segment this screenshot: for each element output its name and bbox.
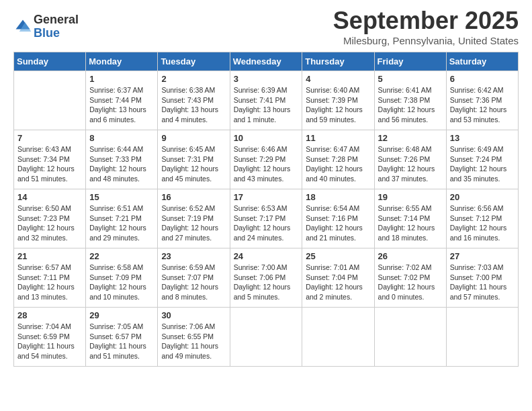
day-cell: 3Sunrise: 6:39 AMSunset: 7:41 PMDaylight… [230, 71, 302, 130]
day-cell: 11Sunrise: 6:47 AMSunset: 7:28 PMDayligh… [302, 130, 374, 189]
header: General Blue September 2025 Milesburg, P… [13, 7, 519, 46]
day-info: Sunrise: 6:51 AMSunset: 7:21 PMDaylight:… [89, 203, 154, 243]
day-number: 22 [89, 251, 154, 261]
day-info: Sunrise: 7:06 AMSunset: 6:55 PMDaylight:… [161, 322, 226, 361]
header-cell-wednesday: Wednesday [230, 52, 302, 71]
day-number: 1 [89, 74, 154, 84]
day-info: Sunrise: 6:40 AMSunset: 7:39 PMDaylight:… [306, 85, 370, 125]
day-info: Sunrise: 7:04 AMSunset: 6:59 PMDaylight:… [17, 322, 82, 361]
day-info: Sunrise: 7:05 AMSunset: 6:57 PMDaylight:… [89, 322, 154, 361]
day-number: 2 [161, 74, 226, 84]
day-number: 9 [161, 133, 226, 143]
day-cell [14, 71, 86, 130]
day-cell: 5Sunrise: 6:41 AMSunset: 7:38 PMDaylight… [374, 71, 446, 130]
day-number: 26 [378, 251, 443, 261]
day-cell: 18Sunrise: 6:54 AMSunset: 7:16 PMDayligh… [302, 189, 374, 248]
day-cell: 17Sunrise: 6:53 AMSunset: 7:17 PMDayligh… [230, 189, 302, 248]
day-cell: 12Sunrise: 6:48 AMSunset: 7:26 PMDayligh… [374, 130, 446, 189]
day-number: 18 [306, 192, 370, 202]
day-number: 16 [161, 192, 226, 202]
day-number: 11 [306, 133, 370, 143]
day-cell: 7Sunrise: 6:43 AMSunset: 7:34 PMDaylight… [14, 130, 86, 189]
day-cell: 16Sunrise: 6:52 AMSunset: 7:19 PMDayligh… [158, 189, 230, 248]
calendar-table: SundayMondayTuesdayWednesdayThursdayFrid… [13, 52, 519, 367]
week-row-4: 21Sunrise: 6:57 AMSunset: 7:11 PMDayligh… [14, 248, 519, 308]
day-number: 8 [89, 133, 154, 143]
day-cell [302, 308, 374, 367]
day-cell: 15Sunrise: 6:51 AMSunset: 7:21 PMDayligh… [86, 189, 158, 248]
week-row-3: 14Sunrise: 6:50 AMSunset: 7:23 PMDayligh… [14, 189, 519, 248]
day-info: Sunrise: 6:57 AMSunset: 7:11 PMDaylight:… [17, 263, 82, 302]
day-info: Sunrise: 7:01 AMSunset: 7:04 PMDaylight:… [306, 263, 370, 302]
day-info: Sunrise: 6:56 AMSunset: 7:12 PMDaylight:… [450, 203, 515, 243]
day-cell: 14Sunrise: 6:50 AMSunset: 7:23 PMDayligh… [14, 189, 86, 248]
day-number: 14 [17, 192, 82, 202]
logo-icon [13, 17, 32, 36]
day-number: 23 [161, 251, 226, 261]
day-info: Sunrise: 6:38 AMSunset: 7:43 PMDaylight:… [161, 85, 226, 125]
day-info: Sunrise: 6:43 AMSunset: 7:34 PMDaylight:… [17, 144, 82, 184]
day-number: 7 [17, 133, 82, 143]
day-cell: 6Sunrise: 6:42 AMSunset: 7:36 PMDaylight… [446, 71, 518, 130]
day-info: Sunrise: 6:48 AMSunset: 7:26 PMDaylight:… [378, 144, 443, 184]
day-number: 10 [234, 133, 299, 143]
header-cell-sunday: Sunday [14, 52, 86, 71]
day-number: 5 [378, 74, 443, 84]
header-cell-tuesday: Tuesday [158, 52, 230, 71]
day-number: 4 [306, 74, 370, 84]
logo-text: General Blue [34, 13, 79, 40]
day-cell: 26Sunrise: 7:02 AMSunset: 7:02 PMDayligh… [374, 248, 446, 308]
day-info: Sunrise: 6:41 AMSunset: 7:38 PMDaylight:… [378, 85, 443, 125]
day-info: Sunrise: 6:39 AMSunset: 7:41 PMDaylight:… [234, 85, 299, 125]
logo-blue: Blue [34, 27, 79, 40]
header-cell-saturday: Saturday [446, 52, 518, 71]
week-row-1: 1Sunrise: 6:37 AMSunset: 7:44 PMDaylight… [14, 71, 519, 130]
month-title: September 2025 [333, 7, 519, 35]
header-cell-thursday: Thursday [302, 52, 374, 71]
day-info: Sunrise: 6:52 AMSunset: 7:19 PMDaylight:… [161, 203, 226, 243]
day-number: 30 [161, 310, 226, 320]
day-cell: 25Sunrise: 7:01 AMSunset: 7:04 PMDayligh… [302, 248, 374, 308]
day-number: 27 [450, 251, 515, 261]
day-info: Sunrise: 6:59 AMSunset: 7:07 PMDaylight:… [161, 263, 226, 302]
day-number: 20 [450, 192, 515, 202]
day-info: Sunrise: 6:58 AMSunset: 7:09 PMDaylight:… [89, 263, 154, 302]
title-area: September 2025 Milesburg, Pennsylvania, … [333, 7, 519, 46]
day-number: 15 [89, 192, 154, 202]
day-cell: 23Sunrise: 6:59 AMSunset: 7:07 PMDayligh… [158, 248, 230, 308]
day-cell [230, 308, 302, 367]
header-cell-monday: Monday [86, 52, 158, 71]
day-info: Sunrise: 6:42 AMSunset: 7:36 PMDaylight:… [450, 85, 515, 125]
day-cell: 8Sunrise: 6:44 AMSunset: 7:33 PMDaylight… [86, 130, 158, 189]
day-number: 29 [89, 310, 154, 320]
logo: General Blue [13, 13, 79, 40]
day-info: Sunrise: 6:47 AMSunset: 7:28 PMDaylight:… [306, 144, 370, 184]
day-cell: 19Sunrise: 6:55 AMSunset: 7:14 PMDayligh… [374, 189, 446, 248]
day-number: 21 [17, 251, 82, 261]
day-cell [374, 308, 446, 367]
day-cell: 28Sunrise: 7:04 AMSunset: 6:59 PMDayligh… [14, 308, 86, 367]
day-info: Sunrise: 7:02 AMSunset: 7:02 PMDaylight:… [378, 263, 443, 302]
day-number: 28 [17, 310, 82, 320]
day-number: 6 [450, 74, 515, 84]
header-row: SundayMondayTuesdayWednesdayThursdayFrid… [14, 52, 519, 71]
day-cell: 27Sunrise: 7:03 AMSunset: 7:00 PMDayligh… [446, 248, 518, 308]
day-info: Sunrise: 6:53 AMSunset: 7:17 PMDaylight:… [234, 203, 299, 243]
day-cell: 9Sunrise: 6:45 AMSunset: 7:31 PMDaylight… [158, 130, 230, 189]
day-info: Sunrise: 7:03 AMSunset: 7:00 PMDaylight:… [450, 263, 515, 302]
day-cell: 21Sunrise: 6:57 AMSunset: 7:11 PMDayligh… [14, 248, 86, 308]
day-cell: 29Sunrise: 7:05 AMSunset: 6:57 PMDayligh… [86, 308, 158, 367]
day-info: Sunrise: 6:55 AMSunset: 7:14 PMDaylight:… [378, 203, 443, 243]
day-number: 12 [378, 133, 443, 143]
day-cell: 30Sunrise: 7:06 AMSunset: 6:55 PMDayligh… [158, 308, 230, 367]
day-info: Sunrise: 7:00 AMSunset: 7:06 PMDaylight:… [234, 263, 299, 302]
day-cell: 13Sunrise: 6:49 AMSunset: 7:24 PMDayligh… [446, 130, 518, 189]
week-row-5: 28Sunrise: 7:04 AMSunset: 6:59 PMDayligh… [14, 308, 519, 367]
day-number: 19 [378, 192, 443, 202]
day-number: 17 [234, 192, 299, 202]
day-cell: 1Sunrise: 6:37 AMSunset: 7:44 PMDaylight… [86, 71, 158, 130]
day-info: Sunrise: 6:54 AMSunset: 7:16 PMDaylight:… [306, 203, 370, 243]
day-info: Sunrise: 6:50 AMSunset: 7:23 PMDaylight:… [17, 203, 82, 243]
day-number: 3 [234, 74, 299, 84]
day-number: 13 [450, 133, 515, 143]
